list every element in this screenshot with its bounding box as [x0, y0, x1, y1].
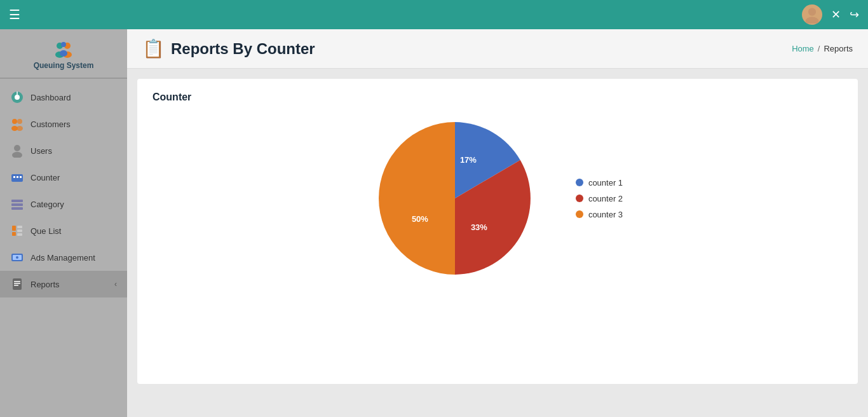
svg-rect-35 — [14, 285, 18, 286]
svg-rect-25 — [12, 232, 16, 236]
logo-icon-1 — [55, 41, 72, 58]
breadcrumb: Home / Reports — [792, 44, 853, 53]
svg-rect-18 — [13, 176, 15, 178]
sidebar-label-users: Users — [31, 146, 52, 156]
que-list-icon — [10, 224, 24, 238]
svg-rect-19 — [17, 176, 18, 178]
legend-item-2: counter 2 — [576, 194, 623, 203]
page-header: 📋 Reports By Counter Home / Reports — [127, 29, 868, 69]
sidebar-item-users[interactable]: Users — [0, 137, 127, 164]
page-title: Reports By Counter — [171, 40, 315, 58]
pie-chart: 17% 33% 50% — [372, 116, 538, 281]
legend-dot-1 — [576, 179, 583, 186]
sidebar-item-counter[interactable]: Counter — [0, 164, 127, 191]
svg-point-15 — [14, 145, 20, 151]
breadcrumb-home-link[interactable]: Home — [792, 44, 814, 53]
sidebar-item-dashboard[interactable]: Dashboard — [0, 84, 127, 111]
sidebar: Queuing System Dashboard — [0, 29, 127, 417]
svg-rect-34 — [14, 283, 20, 284]
sidebar-logo: Queuing System — [0, 29, 127, 78]
sidebar-item-category[interactable]: Category — [0, 191, 127, 217]
chart-legend: counter 1 counter 2 counter 3 — [576, 178, 623, 219]
pie-segment-3 — [379, 122, 455, 275]
topbar-right: ✕ ↪ — [802, 4, 859, 25]
pie-svg — [372, 116, 538, 281]
ads-icon — [10, 250, 24, 264]
svg-rect-20 — [20, 176, 22, 178]
logo-icons — [55, 41, 72, 58]
sidebar-item-ads[interactable]: Ads Management — [0, 244, 127, 271]
sidebar-label-dashboard: Dashboard — [31, 93, 71, 102]
customers-icon — [10, 117, 24, 131]
svg-rect-21 — [11, 200, 23, 202]
legend-dot-2 — [576, 195, 583, 202]
svg-point-6 — [61, 42, 66, 47]
sidebar-item-customers[interactable]: Customers — [0, 111, 127, 137]
sidebar-label-category: Category — [31, 200, 64, 209]
logo-title: Queuing System — [34, 61, 94, 70]
svg-rect-32 — [13, 278, 22, 290]
svg-point-13 — [17, 119, 22, 124]
sidebar-label-reports: Reports — [31, 280, 60, 289]
reports-card: Counter — [137, 79, 858, 384]
topbar: ☰ ✕ ↪ — [0, 0, 868, 29]
sidebar-label-counter: Counter — [31, 173, 60, 182]
sidebar-item-reports[interactable]: Reports ‹ — [0, 271, 127, 297]
legend-item-3: counter 3 — [576, 210, 623, 219]
svg-point-9 — [15, 95, 20, 100]
chevron-left-icon: ‹ — [114, 280, 117, 289]
pie-label-2: 33% — [471, 222, 487, 232]
counter-icon — [10, 170, 24, 184]
reports-icon — [10, 277, 24, 291]
category-icon — [10, 197, 24, 211]
svg-rect-22 — [11, 203, 23, 206]
svg-point-11 — [12, 119, 17, 124]
svg-point-0 — [808, 8, 816, 16]
svg-rect-23 — [11, 207, 23, 210]
breadcrumb-separator: / — [818, 44, 820, 53]
breadcrumb-current: Reports — [824, 44, 853, 53]
close-icon[interactable]: ✕ — [831, 8, 841, 22]
sidebar-item-que-list[interactable]: Que List — [0, 217, 127, 244]
users-icon — [10, 144, 24, 158]
pie-label-1: 17% — [460, 155, 477, 165]
hamburger-icon[interactable]: ☰ — [9, 7, 20, 22]
dashboard-icon — [10, 90, 24, 104]
svg-rect-33 — [14, 281, 20, 282]
avatar[interactable] — [802, 4, 822, 25]
sidebar-label-que-list: Que List — [31, 226, 61, 236]
section-title: Counter — [153, 92, 843, 103]
legend-dot-3 — [576, 210, 583, 218]
svg-point-7 — [60, 50, 67, 57]
pie-label-3: 50% — [412, 214, 428, 224]
svg-point-1 — [806, 17, 819, 24]
sidebar-nav: Dashboard Customers Users — [0, 79, 127, 417]
layout: Queuing System Dashboard — [0, 29, 868, 417]
svg-rect-24 — [12, 226, 16, 231]
legend-label-2: counter 2 — [588, 194, 623, 203]
topbar-left: ☰ — [9, 7, 20, 22]
page-title-area: 📋 Reports By Counter — [142, 38, 315, 59]
svg-point-14 — [17, 126, 23, 131]
sidebar-label-ads: Ads Management — [31, 253, 95, 263]
main: 📋 Reports By Counter Home / Reports Coun… — [127, 29, 868, 417]
legend-label-3: counter 3 — [588, 210, 623, 219]
chart-area: 17% 33% 50% counter 1 counter 2 — [153, 116, 843, 281]
page-title-icon: 📋 — [142, 38, 165, 59]
svg-rect-26 — [17, 226, 22, 228]
svg-point-31 — [16, 256, 18, 259]
svg-rect-27 — [17, 229, 22, 232]
sidebar-label-customers: Customers — [31, 120, 71, 129]
legend-label-1: counter 1 — [588, 178, 623, 188]
power-icon[interactable]: ↪ — [850, 8, 859, 22]
legend-item-1: counter 1 — [576, 178, 623, 188]
svg-point-16 — [12, 152, 22, 158]
content-area: Counter — [127, 69, 868, 417]
svg-rect-28 — [17, 233, 22, 236]
